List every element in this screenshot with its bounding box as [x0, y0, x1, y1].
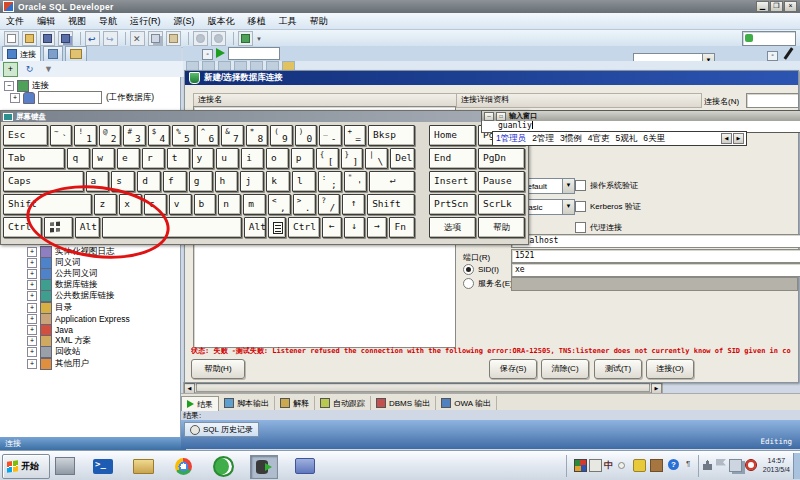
menu-item[interactable]: 移植 [248, 15, 266, 28]
toolbox-icon[interactable] [650, 459, 663, 472]
cut-icon[interactable]: ✕ [130, 31, 145, 46]
taskbar-item-powershell[interactable]: >_ [90, 455, 116, 477]
tree-item[interactable]: +其他用户 [27, 358, 89, 369]
tree-item[interactable]: +公共同义词 [27, 268, 98, 279]
save-button[interactable]: 保存(S) [489, 359, 537, 379]
tray-flag-icon[interactable] [716, 459, 726, 470]
minimize-button[interactable]: ▁ [756, 1, 769, 12]
show-desktop-button[interactable] [793, 453, 800, 479]
connections-tool-icon[interactable] [238, 31, 253, 46]
expand-icon[interactable]: + [27, 280, 37, 290]
tree-item[interactable]: +公共数据库链接 [27, 291, 115, 302]
key-Shift[interactable]: Shift [3, 194, 92, 215]
ime-candidate[interactable]: 1管理员 [496, 133, 526, 145]
restore-button[interactable]: ❐ [770, 1, 783, 12]
next-page-icon[interactable]: ▶ [733, 133, 744, 144]
taskbar-item-messenger[interactable] [292, 455, 318, 477]
key-,[interactable]: <, [268, 194, 291, 215]
key-Shift[interactable]: Shift [367, 194, 415, 215]
key-z[interactable]: z [94, 194, 117, 215]
tree-item[interactable]: +Application Express [27, 313, 130, 324]
expand-icon[interactable]: + [27, 314, 37, 324]
key-Ctrl[interactable]: Ctrl [3, 217, 42, 238]
expand-icon[interactable]: + [27, 258, 37, 268]
key-enter[interactable]: ↵ [369, 171, 415, 192]
new-file-icon[interactable] [4, 31, 19, 46]
tree-item[interactable]: +同义词 [27, 257, 81, 268]
key-d[interactable]: d [137, 171, 161, 192]
menu-item[interactable]: 视图 [68, 15, 86, 28]
ime-minimize-icon[interactable]: ─ [484, 112, 494, 121]
ime-fullwidth-icon[interactable] [618, 462, 625, 469]
ime-candidate[interactable]: 3惯例 [560, 133, 582, 145]
test-button[interactable]: 测试(T) [594, 359, 642, 379]
ime-candidate[interactable]: 2管理 [532, 133, 554, 145]
tree-item[interactable]: +实体化视图日志 [27, 246, 115, 257]
expand-icon[interactable]: + [27, 359, 37, 369]
key-e[interactable]: e [117, 148, 140, 169]
output-tab-5[interactable]: DBMS 输出 [371, 396, 436, 410]
tree-node-connection[interactable]: + (工作数据库) [10, 92, 154, 103]
key-Bksp[interactable]: Bksp [368, 125, 415, 146]
expand-icon[interactable]: + [27, 303, 37, 313]
clear-button[interactable]: 清除(C) [541, 359, 589, 379]
key-t[interactable]: t [167, 148, 190, 169]
keyboard-titlebar[interactable]: 屏幕键盘 [1, 111, 528, 122]
new-connection-icon[interactable]: + [3, 62, 18, 77]
key-`[interactable]: ~` [50, 125, 72, 146]
key-l[interactable]: l [292, 171, 316, 192]
key-pgdn[interactable]: PgDn [478, 148, 525, 169]
key-menu[interactable] [268, 217, 286, 238]
menu-item[interactable]: 帮助 [310, 15, 328, 28]
tree-item[interactable]: +Java [27, 324, 73, 335]
help-button[interactable]: 帮助(H) [191, 359, 245, 379]
key-q[interactable]: q [67, 148, 90, 169]
output-tab-6[interactable]: OWA 输出 [436, 396, 497, 410]
key-4[interactable]: $4 [148, 125, 170, 146]
help-tray-icon[interactable]: ? [668, 459, 679, 470]
prev-page-icon[interactable]: ◀ [721, 133, 732, 144]
paragraph-tray-icon[interactable]: ¶ [686, 459, 690, 470]
key-[[interactable]: {[ [316, 148, 339, 169]
key-f[interactable]: f [163, 171, 187, 192]
key-space[interactable] [102, 217, 241, 238]
key--[interactable]: _- [319, 125, 341, 146]
tray-keyboard-icon[interactable] [589, 459, 602, 472]
copy-icon[interactable] [148, 31, 163, 46]
key-scrlk[interactable]: ScrLk [478, 194, 525, 215]
filter-icon[interactable]: ▼ [41, 62, 56, 77]
expand-icon[interactable]: + [27, 269, 37, 279]
minimize-panel-icon[interactable]: ▫ [202, 49, 213, 60]
tab-reports[interactable] [43, 46, 63, 61]
tree-item[interactable]: +回收站 [27, 347, 81, 358]
expand-icon[interactable]: + [27, 291, 37, 301]
port-input[interactable]: 1521 [511, 249, 800, 263]
key-选项[interactable]: 选项 [429, 217, 476, 238]
key-3[interactable]: #3 [123, 125, 145, 146]
connection-name-input[interactable] [746, 93, 799, 108]
key-9[interactable]: (9 [270, 125, 292, 146]
key-windows[interactable] [44, 217, 73, 238]
key-arrow-left[interactable]: ← [322, 217, 343, 238]
output-tab-1[interactable]: 结果 [181, 396, 219, 411]
key-j[interactable]: j [240, 171, 264, 192]
key-'[interactable]: "' [344, 171, 368, 192]
sql-history-tab[interactable]: SQL 历史记录 [184, 422, 259, 437]
key-m[interactable]: m [243, 194, 266, 215]
key-Caps[interactable]: Caps [3, 171, 84, 192]
hostname-input[interactable]: localhost [511, 234, 800, 248]
pin-tools-icon[interactable] [785, 47, 797, 61]
menu-item[interactable]: 版本化 [208, 15, 235, 28]
output-tab-3[interactable]: 解释 [275, 396, 315, 410]
expand-icon[interactable]: + [27, 347, 37, 357]
key-Alt[interactable]: Alt [244, 217, 267, 238]
collapse-icon[interactable]: − [4, 81, 14, 91]
expand-icon[interactable]: + [10, 93, 20, 103]
menu-item[interactable]: 运行(R) [130, 15, 161, 28]
taskbar-item-chrome[interactable] [170, 455, 196, 477]
dropdown-caret-icon[interactable]: ▼ [256, 36, 262, 42]
key-1[interactable]: !1 [74, 125, 96, 146]
ime-logo-icon[interactable] [574, 459, 587, 472]
tree-item[interactable]: +XML 方案 [27, 336, 92, 347]
column-header-details[interactable]: 连接详细资料 [456, 93, 702, 108]
